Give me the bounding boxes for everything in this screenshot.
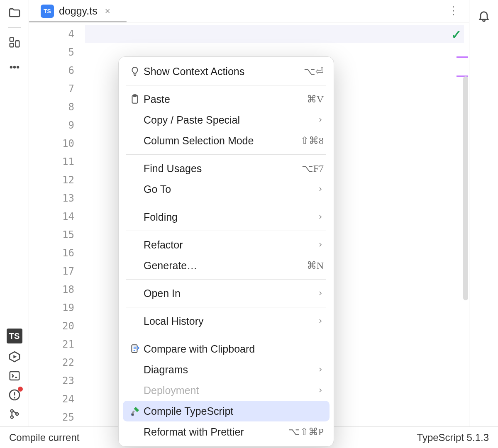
ctx-find-usages[interactable]: Find Usages⌥F7: [123, 158, 330, 179]
line-number: 8: [29, 98, 74, 116]
submenu-chevron-icon: [317, 214, 324, 220]
menu-item-label: Paste: [144, 93, 307, 105]
svg-point-11: [10, 409, 13, 412]
menu-item-label: Folding: [144, 211, 317, 223]
menu-item-shortcut: ⌥⇧⌘P: [288, 426, 324, 438]
ctx-show-context-actions[interactable]: Show Context Actions⌥⏎: [123, 61, 330, 82]
problems-icon[interactable]: [6, 387, 23, 403]
line-number: 24: [29, 390, 74, 408]
line-number: 6: [29, 61, 74, 80]
ctx-open-in[interactable]: Open In: [123, 283, 330, 304]
left-toolstrip: TS: [0, 0, 29, 426]
ctx-folding[interactable]: Folding: [123, 207, 330, 227]
line-number: 12: [29, 171, 74, 189]
ctx-column-selection[interactable]: Column Selection Mode⇧⌘8: [123, 130, 330, 151]
ctx-diagrams[interactable]: Diagrams: [123, 359, 330, 380]
svg-rect-1: [10, 44, 13, 47]
menu-item-shortcut: ⌘V: [307, 93, 324, 105]
ctx-compile-ts[interactable]: TSCompile TypeScript: [123, 401, 330, 421]
editor-tab-doggy-ts[interactable]: TS doggy.ts ×: [41, 5, 110, 18]
svg-marker-7: [13, 355, 17, 358]
project-folder-icon[interactable]: [6, 5, 23, 22]
version-control-icon[interactable]: [6, 406, 23, 422]
submenu-chevron-icon: [317, 290, 324, 297]
menu-item-label: Copy / Paste Special: [144, 114, 317, 126]
more-tools-icon[interactable]: [6, 59, 23, 75]
menu-item-label: Refactor: [144, 239, 317, 251]
menu-item-label: Open In: [144, 287, 317, 299]
menu-item-shortcut: ⌘N: [307, 260, 324, 271]
line-number: 25: [29, 408, 74, 426]
editor-scrollbar-thumb[interactable]: [463, 76, 468, 300]
svg-point-4: [13, 66, 15, 68]
svg-point-3: [10, 66, 12, 68]
context-menu-separator: [126, 307, 326, 307]
submenu-chevron-icon: [317, 318, 324, 324]
svg-rect-2: [15, 41, 19, 47]
ctx-generate[interactable]: Generate…⌘N: [123, 255, 330, 276]
right-toolstrip: [469, 0, 498, 426]
line-number: 13: [29, 189, 74, 207]
marker-stripe: [456, 56, 468, 58]
ctx-refactor[interactable]: Refactor: [123, 234, 330, 255]
tab-close-icon[interactable]: ×: [105, 6, 110, 17]
line-number: 9: [29, 116, 74, 134]
svg-point-10: [14, 397, 15, 399]
line-number: 16: [29, 244, 74, 262]
menu-item-label: Compile TypeScript: [144, 405, 324, 417]
menu-item-label: Find Usages: [144, 163, 302, 175]
line-number: 15: [29, 226, 74, 244]
context-menu-separator: [126, 154, 326, 155]
svg-point-12: [10, 416, 13, 418]
context-menu-separator: [126, 279, 326, 280]
ctx-go-to[interactable]: Go To: [123, 179, 330, 200]
problems-indicator-dot: [18, 387, 23, 392]
typescript-toolwindow-icon[interactable]: TS: [7, 329, 22, 343]
submenu-chevron-icon: [317, 186, 324, 192]
structure-icon[interactable]: [6, 34, 23, 51]
ctx-paste[interactable]: Paste⌘V: [123, 89, 330, 110]
svg-rect-8: [10, 372, 19, 380]
line-number: 20: [29, 317, 74, 335]
menu-item-label: Column Selection Mode: [144, 135, 300, 147]
context-menu-separator: [126, 335, 326, 335]
ctx-compare-clipboard[interactable]: Compare with Clipboard: [123, 338, 330, 359]
line-number: 21: [29, 335, 74, 353]
line-number: 14: [29, 207, 74, 226]
menu-item-label: Compare with Clipboard: [144, 343, 324, 355]
tab-more-actions[interactable]: ⋯: [447, 4, 460, 18]
editor-body[interactable]: 45678910111213141516171819202122232425 ✓…: [29, 22, 469, 426]
svg-point-5: [17, 66, 19, 68]
editor-tabbar: TS doggy.ts × ⋯: [29, 0, 469, 22]
services-icon[interactable]: [6, 348, 23, 365]
line-number: 4: [29, 25, 74, 43]
ctx-local-history[interactable]: Local History: [123, 311, 330, 331]
line-number: 5: [29, 43, 74, 61]
submenu-chevron-icon: [317, 387, 324, 394]
statusbar-typescript-version[interactable]: TypeScript 5.1.3: [417, 432, 489, 443]
menu-item-label: Go To: [144, 183, 317, 195]
terminal-icon[interactable]: [6, 368, 23, 384]
notifications-bell-icon[interactable]: [476, 7, 492, 24]
kebab-icon: ⋯: [447, 5, 461, 17]
toolstrip-separator: [8, 27, 21, 28]
context-menu-separator: [126, 203, 326, 203]
active-line-highlight: [85, 25, 464, 43]
svg-text:TS: TS: [132, 414, 134, 416]
menu-item-label: Local History: [144, 315, 317, 327]
analysis-ok-check-icon[interactable]: ✓: [451, 27, 461, 42]
menu-item-label: Diagrams: [144, 364, 317, 376]
compare-icon: [126, 343, 144, 354]
line-number: 10: [29, 134, 74, 153]
ctx-copy-paste-special[interactable]: Copy / Paste Special: [123, 110, 330, 130]
submenu-chevron-icon: [317, 366, 324, 373]
hammer-icon: TS: [126, 406, 144, 416]
svg-rect-0: [10, 38, 13, 41]
bulb-icon: [126, 66, 144, 77]
ctx-reformat-prettier[interactable]: Reformat with Prettier⌥⇧⌘P: [123, 421, 330, 442]
line-number: 19: [29, 299, 74, 317]
context-menu-separator: [126, 85, 326, 85]
menu-item-shortcut: ⌥F7: [302, 163, 324, 174]
line-number: 11: [29, 153, 74, 171]
submenu-chevron-icon: [317, 117, 324, 123]
